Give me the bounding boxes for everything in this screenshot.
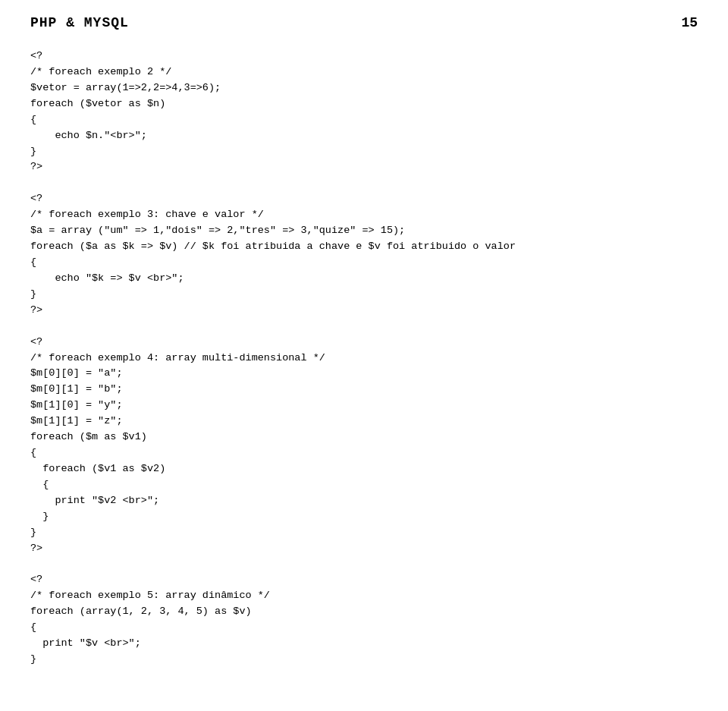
page-number: 15 [681, 15, 698, 30]
code-block: <? /* foreach exemplo 2 */ $vetor = arra… [30, 49, 698, 668]
page-header: PHP & MYSQL 15 [30, 15, 698, 30]
page-title: PHP & MYSQL [30, 15, 129, 30]
